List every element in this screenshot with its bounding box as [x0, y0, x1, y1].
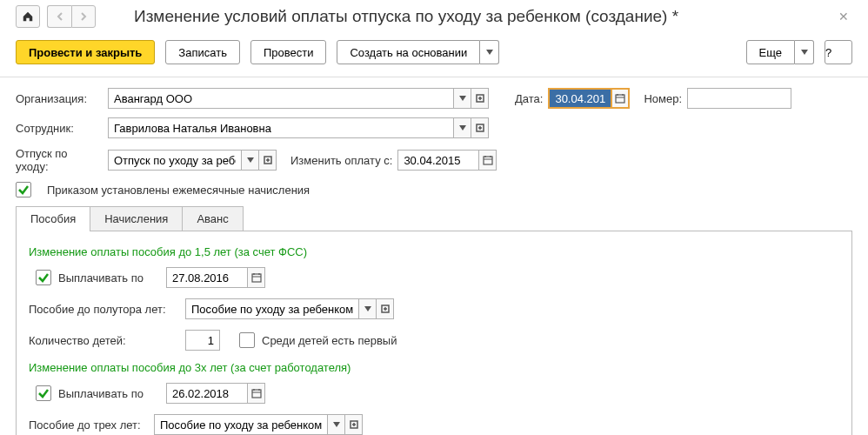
benefit-3y-dropdown[interactable] [328, 414, 345, 435]
calendar-icon [251, 388, 262, 398]
open-icon [264, 156, 272, 164]
help-button[interactable]: ? [825, 40, 852, 64]
save-button[interactable]: Записать [165, 40, 240, 64]
pay-until-1_5-checkbox[interactable] [36, 270, 51, 285]
svg-rect-1 [616, 95, 624, 103]
home-icon [22, 10, 34, 23]
check-icon [17, 184, 30, 196]
number-label: Номер: [644, 92, 682, 105]
pay-until-3y-label: Выплачивать по [58, 387, 159, 400]
chevron-down-icon [247, 157, 254, 163]
page-title: Изменение условий оплаты отпуска по уход… [134, 7, 828, 26]
arrow-left-icon [56, 12, 64, 21]
check-icon [37, 271, 50, 284]
create-based-on-button[interactable]: Создать на основании [337, 40, 499, 64]
calendar-icon [615, 93, 625, 104]
back-button[interactable] [47, 5, 71, 28]
more-dropdown[interactable] [795, 40, 814, 64]
more-button[interactable]: Еще [746, 40, 814, 64]
benefit-1_5-open[interactable] [377, 298, 394, 319]
first-child-label: Среди детей есть первый [262, 334, 397, 347]
org-label: Организация: [16, 92, 103, 105]
open-icon [350, 420, 358, 429]
employee-dropdown[interactable] [454, 117, 471, 138]
benefit-3y-label: Пособие до трех лет: [29, 418, 147, 432]
pay-until-1_5-picker[interactable] [248, 267, 265, 288]
employee-open[interactable] [471, 117, 489, 138]
forward-button[interactable] [71, 5, 96, 28]
svg-rect-4 [484, 157, 492, 164]
change-from-picker[interactable] [479, 150, 497, 171]
leave-label: Отпуск по уходу: [16, 147, 103, 173]
create-based-dropdown[interactable] [480, 40, 499, 64]
number-input[interactable] [687, 88, 791, 109]
arrow-right-icon [79, 12, 88, 21]
svg-rect-7 [252, 390, 261, 398]
svg-rect-5 [252, 274, 261, 282]
date-label: Дата: [515, 92, 543, 105]
leave-input[interactable] [108, 150, 242, 171]
home-button[interactable] [16, 5, 40, 28]
benefit-3y-open[interactable] [345, 414, 363, 435]
open-icon [476, 124, 484, 132]
open-icon [381, 304, 390, 313]
chevron-down-icon [333, 422, 340, 427]
monthly-order-checkbox[interactable] [16, 182, 31, 197]
check-icon [37, 387, 50, 399]
tab-advance[interactable]: Аванс [182, 206, 243, 231]
change-from-input[interactable] [397, 150, 479, 171]
chevron-down-icon [486, 50, 493, 55]
post-and-close-button[interactable]: Провести и закрыть [16, 40, 155, 64]
first-child-checkbox[interactable] [239, 332, 255, 348]
benefit-1_5-dropdown[interactable] [359, 298, 377, 319]
leave-open[interactable] [259, 150, 277, 171]
date-input[interactable] [548, 88, 612, 109]
employee-label: Сотрудник: [16, 122, 103, 135]
children-count-input[interactable] [185, 330, 220, 351]
change-from-label: Изменить оплату с: [290, 154, 392, 167]
children-count-label: Количество детей: [29, 334, 178, 347]
pay-until-3y-input[interactable] [166, 383, 248, 404]
date-picker[interactable] [612, 88, 630, 109]
close-button[interactable]: ✕ [835, 10, 852, 23]
pay-until-1_5-label: Выплачивать по [58, 271, 159, 284]
org-dropdown[interactable] [454, 88, 471, 109]
section-3y-title: Изменение оплаты пособия до 3х лет (за с… [29, 361, 839, 374]
leave-dropdown[interactable] [242, 150, 259, 171]
tab-accruals[interactable]: Начисления [90, 206, 183, 231]
benefit-1_5-input[interactable] [185, 298, 359, 319]
create-based-label[interactable]: Создать на основании [337, 40, 480, 64]
post-button[interactable]: Провести [250, 40, 327, 64]
tab-benefits[interactable]: Пособия [16, 206, 90, 231]
chevron-down-icon [459, 125, 466, 130]
chevron-down-icon [801, 50, 808, 55]
open-icon [476, 94, 484, 103]
section-1_5-title: Изменение оплаты пособия до 1,5 лет (за … [29, 245, 839, 258]
pay-until-1_5-input[interactable] [166, 267, 248, 288]
org-input[interactable] [108, 88, 454, 109]
pay-until-3y-picker[interactable] [248, 383, 265, 404]
calendar-icon [251, 272, 262, 283]
chevron-down-icon [364, 306, 371, 311]
chevron-down-icon [459, 96, 466, 101]
employee-input[interactable] [108, 117, 454, 138]
org-open[interactable] [471, 88, 489, 109]
monthly-order-label: Приказом установлены ежемесячные начисле… [47, 184, 310, 197]
benefit-1_5-label: Пособие до полутора лет: [29, 303, 178, 316]
calendar-icon [483, 155, 493, 165]
pay-until-3y-checkbox[interactable] [36, 385, 51, 401]
more-label[interactable]: Еще [746, 40, 795, 64]
benefit-3y-input[interactable] [154, 414, 328, 435]
